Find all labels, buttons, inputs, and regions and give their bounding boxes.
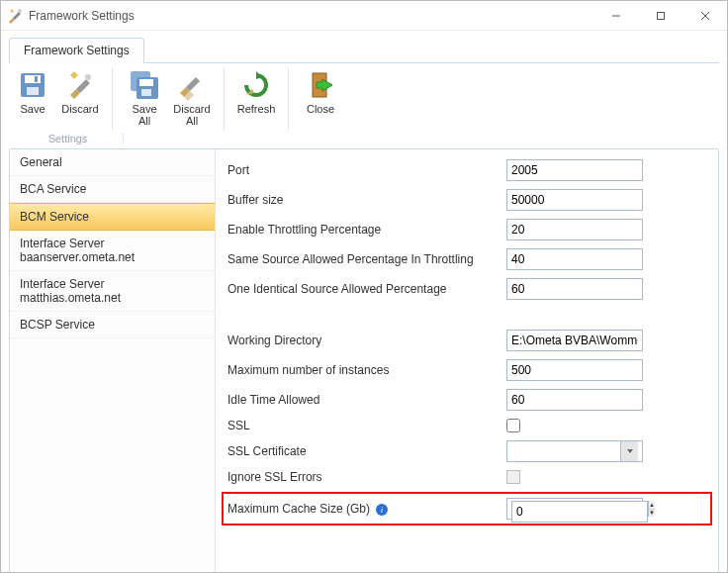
toolbar-label: Discard xyxy=(61,103,98,115)
spinner-buttons: ▲ ▼ xyxy=(648,501,655,517)
close-button[interactable] xyxy=(682,1,727,30)
buffer-size-input[interactable] xyxy=(506,189,643,211)
max-instances-input[interactable] xyxy=(506,359,643,381)
discard-button[interactable]: Discard xyxy=(56,67,104,131)
row-buffer-size: Buffer size xyxy=(228,189,706,211)
sidebar-item-label: BCA Service xyxy=(20,182,86,196)
discard-icon xyxy=(64,69,96,101)
save-all-button[interactable]: Save All xyxy=(121,67,168,131)
toolbar-group-label: Settings xyxy=(13,133,124,144)
content-area: General BCA Service BCM Service Interfac… xyxy=(9,148,719,573)
field-label: Maximum number of instances xyxy=(228,363,506,377)
toolbar-group-close: Close xyxy=(297,67,352,131)
sidebar-item-bcsp-service[interactable]: BCSP Service xyxy=(10,312,215,338)
toolbar-label: Save xyxy=(20,103,45,115)
sidebar-item-label: Interface Server matthias.ometa.net xyxy=(20,277,121,305)
sidebar-item-interface-matthias[interactable]: Interface Server matthias.ometa.net xyxy=(10,271,215,312)
field-label: Idle Time Allowed xyxy=(228,393,506,407)
sidebar-item-bcm-service[interactable]: BCM Service xyxy=(10,203,215,231)
refresh-icon xyxy=(240,69,272,101)
window-title: Framework Settings xyxy=(29,9,593,23)
field-label: Buffer size xyxy=(228,193,506,207)
svg-rect-8 xyxy=(35,76,38,82)
row-throttling-pct: Enable Throttling Percentage xyxy=(228,219,706,240)
svg-rect-2 xyxy=(657,12,664,19)
port-input[interactable] xyxy=(506,159,643,181)
svg-point-9 xyxy=(85,74,91,80)
save-button[interactable]: Save xyxy=(9,67,56,131)
discard-all-button[interactable]: Discard All xyxy=(168,67,216,131)
info-icon[interactable]: i xyxy=(375,503,389,517)
window-titlebar: Framework Settings xyxy=(1,1,727,31)
minimize-button[interactable] xyxy=(593,1,638,30)
toolbar-group-refresh: Refresh xyxy=(232,67,289,131)
ssl-checkbox[interactable] xyxy=(506,419,520,432)
sidebar: General BCA Service BCM Service Interfac… xyxy=(10,149,216,573)
close-app-button[interactable]: Close xyxy=(297,67,344,131)
app-icon xyxy=(7,8,23,24)
discard-all-icon xyxy=(176,69,208,101)
ribbon-toolbar: Save Discard Save All Discard All xyxy=(1,63,727,133)
row-max-cache-highlighted: Maximum Cache Size (Gb) i ▲ ▼ xyxy=(222,492,712,525)
ignore-ssl-checkbox[interactable] xyxy=(506,470,520,484)
field-label: Port xyxy=(228,163,506,177)
toolbar-label: Close xyxy=(307,103,334,115)
toolbar-label: Discard All xyxy=(173,103,210,127)
toolbar-group-settings: Save Discard xyxy=(9,67,113,131)
sidebar-item-label: General xyxy=(20,155,62,169)
working-dir-input[interactable] xyxy=(506,330,643,351)
spinner-up-icon[interactable]: ▲ xyxy=(649,501,655,510)
refresh-button[interactable]: Refresh xyxy=(232,67,280,131)
sidebar-item-general[interactable]: General xyxy=(10,149,215,176)
row-port: Port xyxy=(228,159,706,181)
throttling-pct-input[interactable] xyxy=(506,219,643,240)
row-ssl-cert: SSL Certificate xyxy=(228,440,706,462)
same-source-pct-input[interactable] xyxy=(506,248,643,270)
field-label: Working Directory xyxy=(228,334,506,347)
row-ignore-ssl: Ignore SSL Errors xyxy=(228,470,706,484)
sidebar-item-label: BCM Service xyxy=(20,210,89,224)
tab-label: Framework Settings xyxy=(24,44,130,57)
cache-label-text: Maximum Cache Size (Gb) xyxy=(228,502,370,516)
window-buttons xyxy=(593,1,727,30)
chevron-down-icon xyxy=(620,441,638,461)
maximize-button[interactable] xyxy=(638,1,682,30)
tabstrip: Framework Settings xyxy=(1,31,727,62)
svg-rect-13 xyxy=(141,89,151,96)
row-idle-time: Idle Time Allowed xyxy=(228,389,706,411)
save-icon xyxy=(17,69,48,101)
svg-rect-12 xyxy=(139,79,153,86)
row-identical-source-pct: One Identical Source Allowed Percentage xyxy=(228,278,706,300)
sidebar-item-interface-baanserver[interactable]: Interface Server baanserver.ometa.net xyxy=(10,231,215,271)
field-label: Enable Throttling Percentage xyxy=(228,223,506,237)
svg-point-0 xyxy=(18,9,22,13)
settings-form: Port Buffer size Enable Throttling Perce… xyxy=(216,149,718,573)
sidebar-item-bca-service[interactable]: BCA Service xyxy=(10,176,215,203)
save-all-icon xyxy=(129,69,160,101)
svg-rect-7 xyxy=(27,87,39,95)
row-max-instances: Maximum number of instances xyxy=(228,359,706,381)
sidebar-item-label: Interface Server baanserver.ometa.net xyxy=(20,237,135,264)
field-label: Same Source Allowed Percentage In Thrott… xyxy=(228,252,506,266)
field-label: SSL xyxy=(228,419,506,432)
field-label: One Identical Source Allowed Percentage xyxy=(228,282,506,296)
field-label: Maximum Cache Size (Gb) i xyxy=(228,502,506,517)
toolbar-label: Refresh xyxy=(237,103,276,115)
spinner-down-icon[interactable]: ▼ xyxy=(649,510,655,518)
identical-source-pct-input[interactable] xyxy=(506,278,643,300)
toolbar-label: Save All xyxy=(132,103,156,127)
field-label: Ignore SSL Errors xyxy=(228,470,506,484)
row-working-dir: Working Directory xyxy=(228,330,706,351)
idle-time-input[interactable] xyxy=(506,389,643,411)
ssl-cert-dropdown[interactable] xyxy=(506,440,643,462)
toolbar-group-all: Save All Discard All xyxy=(121,67,225,131)
tab-framework-settings[interactable]: Framework Settings xyxy=(9,38,144,63)
svg-rect-6 xyxy=(25,75,41,83)
field-label: SSL Certificate xyxy=(228,444,506,458)
row-same-source-pct: Same Source Allowed Percentage In Thrott… xyxy=(228,248,706,270)
sidebar-item-label: BCSP Service xyxy=(20,318,95,332)
row-ssl: SSL xyxy=(228,419,706,432)
close-door-icon xyxy=(305,69,336,101)
max-cache-input[interactable] xyxy=(511,501,648,523)
max-cache-spinner[interactable]: ▲ ▼ xyxy=(506,498,643,520)
